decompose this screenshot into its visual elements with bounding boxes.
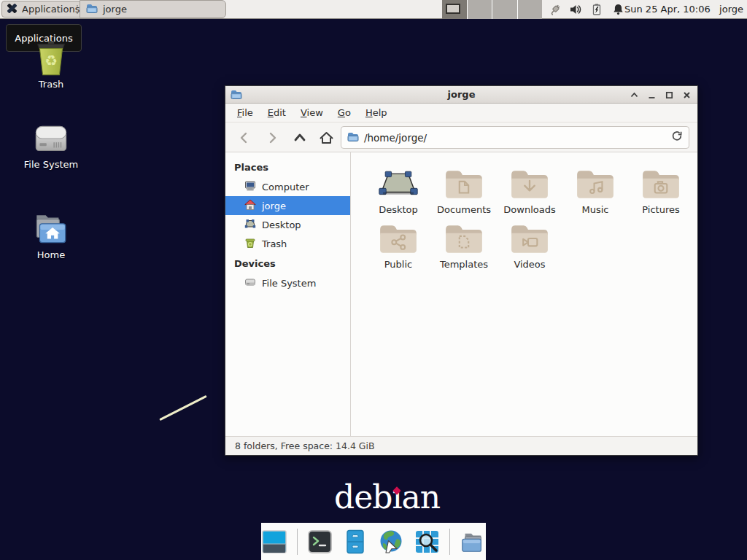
sidebar-item-file-system[interactable]: File System [225, 273, 350, 292]
panel-separator-handle[interactable] [76, 5, 78, 14]
menu-go[interactable]: Go [330, 105, 358, 120]
file-label: Desktop [365, 204, 431, 215]
file-item-pictures[interactable]: Pictures [628, 166, 694, 215]
forward-button[interactable] [263, 129, 281, 147]
workspace-2[interactable] [467, 0, 492, 19]
file-label: Music [562, 204, 628, 215]
home-folder-icon [10, 210, 92, 246]
desktop-icon-label: Trash [10, 79, 92, 90]
pathbar-folder-icon [347, 131, 359, 144]
status-bar: 8 folders, Free space: 14.4 GiB [225, 436, 697, 455]
file-item-documents[interactable]: Documents [431, 166, 497, 215]
path-bar[interactable]: /home/jorge/ [341, 126, 689, 149]
videos-folder-icon [497, 221, 562, 254]
up-button[interactable] [291, 129, 309, 147]
file-view[interactable]: Desktop Documents [351, 152, 697, 436]
sidebar-item-computer[interactable]: Computer [225, 177, 350, 196]
terminal-icon[interactable] [307, 529, 333, 555]
sidebar-item-label: Computer [262, 182, 309, 192]
desktop-surface-icon [365, 166, 431, 200]
file-label: Videos [497, 259, 562, 270]
workspace-pager[interactable] [442, 0, 542, 19]
sidebar-item-label: jorge [262, 201, 286, 211]
window-title: jorge [225, 89, 697, 100]
menu-help[interactable]: Help [358, 105, 395, 120]
trash-can-icon: ♻ [10, 39, 92, 76]
app-finder-icon[interactable] [414, 529, 440, 555]
menu-file[interactable]: File [230, 105, 260, 120]
reload-icon[interactable] [671, 131, 683, 144]
file-label: Pictures [628, 204, 694, 215]
dock-separator [297, 529, 298, 555]
status-text: 8 folders, Free space: 14.4 GiB [235, 440, 375, 451]
public-folder-icon [365, 221, 431, 254]
downloads-folder-icon [497, 166, 562, 200]
hard-drive-icon [10, 122, 92, 156]
documents-folder-icon [431, 166, 497, 200]
top-panel: Applications jorge [0, 0, 747, 19]
file-cabinet-icon[interactable] [343, 529, 369, 555]
file-item-templates[interactable]: Templates [431, 221, 497, 270]
back-button[interactable] [236, 129, 253, 147]
web-browser-icon[interactable] [378, 529, 404, 555]
taskbar-window-label: jorge [103, 4, 127, 15]
close-button[interactable] [681, 90, 692, 100]
menu-edit[interactable]: Edit [260, 105, 293, 120]
desktop-mini-icon [244, 218, 256, 232]
file-label: Downloads [497, 204, 562, 215]
pictures-folder-icon [628, 166, 694, 200]
taskbar-window-button[interactable]: jorge [80, 0, 226, 18]
file-item-music[interactable]: Music [562, 166, 628, 215]
path-text[interactable]: /home/jorge/ [364, 132, 666, 144]
music-folder-icon [562, 166, 628, 200]
file-item-videos[interactable]: Videos [497, 221, 562, 270]
workspace-1[interactable] [442, 0, 467, 19]
menubar: File Edit View Go Help [225, 104, 697, 122]
wallpaper-scratch-line [159, 395, 207, 421]
maximize-button[interactable] [664, 90, 674, 100]
minimize-button[interactable] [646, 90, 657, 100]
window-folder-icon [231, 89, 242, 101]
menu-view[interactable]: View [293, 105, 330, 120]
applications-menu-button[interactable]: Applications [1, 1, 87, 18]
workspace-window-thumb [446, 4, 460, 14]
bottom-dock [261, 523, 486, 560]
sidebar-item-trash[interactable]: Trash [225, 234, 350, 253]
network-plug-icon[interactable] [547, 2, 562, 17]
volume-icon[interactable] [568, 2, 583, 17]
drive-mini-icon [244, 276, 256, 290]
battery-icon[interactable] [589, 2, 604, 17]
trash-mini-icon [244, 237, 256, 251]
desktop-icon-home[interactable]: Home [10, 210, 92, 260]
folder-icon [86, 3, 98, 15]
desktop-icon-file-system[interactable]: File System [10, 122, 92, 170]
desktop-icon-label: File System [10, 159, 92, 170]
file-item-downloads[interactable]: Downloads [497, 166, 562, 215]
notification-bell-icon[interactable] [611, 2, 625, 17]
debian-wordmark: debıan [334, 481, 440, 513]
dock-separator [449, 529, 450, 555]
file-label: Templates [431, 259, 497, 270]
sidebar-item-jorge[interactable]: jorge [225, 196, 350, 215]
sidebar-header-places: Places [225, 157, 350, 177]
file-item-public[interactable]: Public [365, 221, 431, 270]
sidebar-item-desktop[interactable]: Desktop [225, 215, 350, 234]
shade-button[interactable] [629, 90, 639, 100]
dock-folder-icon[interactable] [460, 529, 486, 555]
xfce-applications-icon [6, 2, 18, 17]
computer-icon [244, 180, 256, 194]
desktop-icon-trash[interactable]: ♻ Trash [10, 39, 92, 90]
panel-username[interactable]: jorge [719, 0, 743, 19]
file-item-desktop[interactable]: Desktop [365, 166, 431, 215]
workspace-4[interactable] [517, 0, 543, 19]
svg-text:♻: ♻ [44, 52, 58, 69]
home-button[interactable] [317, 129, 335, 147]
toolbar: /home/jorge/ [225, 122, 697, 152]
workspace-3[interactable] [492, 0, 517, 19]
window-titlebar[interactable]: jorge [225, 86, 697, 104]
applications-menu-label: Applications [22, 4, 80, 15]
show-desktop-icon[interactable] [261, 529, 287, 555]
sidebar-item-label: File System [262, 278, 316, 289]
file-label: Documents [431, 204, 497, 215]
panel-clock[interactable]: Sun 25 Apr, 10:06 [624, 0, 711, 19]
